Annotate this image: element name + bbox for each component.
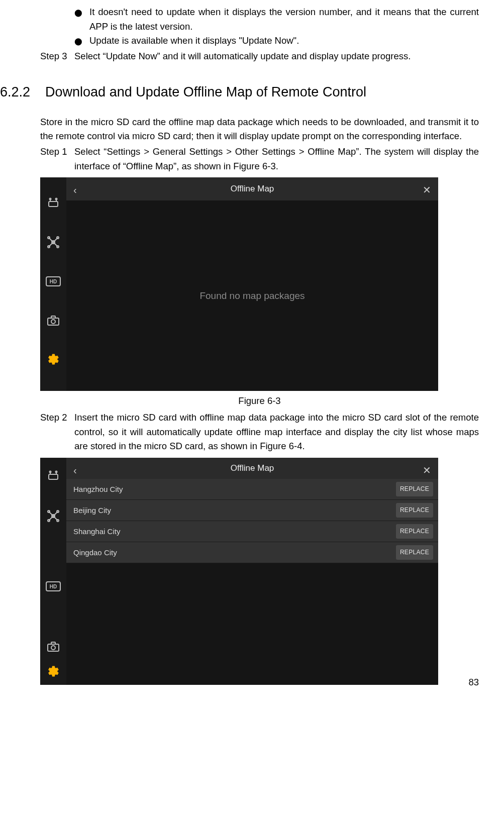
step-label: Step 1 bbox=[40, 145, 65, 159]
bullet-dot-icon: ⬤ bbox=[74, 5, 89, 19]
ui-sidebar: HD bbox=[40, 458, 66, 685]
camera-icon[interactable] bbox=[40, 301, 66, 340]
step-label: Step 2 bbox=[40, 411, 65, 425]
figure-caption-1: Figure 6-3 bbox=[40, 394, 479, 409]
step-2: Step 2 Insert the micro SD card with off… bbox=[40, 411, 479, 454]
gear-icon[interactable] bbox=[40, 662, 66, 682]
list-item: Shanghai City REPLACE bbox=[66, 521, 438, 542]
city-name: Shanghai City bbox=[73, 526, 120, 537]
svg-text:HD: HD bbox=[50, 584, 57, 589]
ui-header: ‹ Offline Map ✕ bbox=[66, 458, 438, 479]
hd-icon[interactable]: HD bbox=[40, 262, 66, 301]
back-icon[interactable]: ‹ bbox=[73, 182, 77, 198]
bullet-item: ⬤ It doesn't need to update when it disp… bbox=[74, 5, 479, 34]
step-3: Step 3 Select “Update Now” and it will a… bbox=[40, 49, 479, 64]
step-1: Step 1 Select “Settings > General Settin… bbox=[40, 145, 479, 173]
drone-icon[interactable] bbox=[40, 223, 66, 262]
ui-sidebar: HD bbox=[40, 177, 66, 391]
drone-icon[interactable] bbox=[40, 501, 66, 531]
list-item: Hangzhou City REPLACE bbox=[66, 479, 438, 500]
city-name: Beijing City bbox=[73, 504, 111, 516]
svg-rect-19 bbox=[49, 474, 58, 479]
figure-6-3: HD ‹ Offline Map ✕ Found no map pac bbox=[40, 177, 438, 391]
step-text: Insert the micro SD card with offline ma… bbox=[74, 411, 479, 454]
svg-text:HD: HD bbox=[50, 279, 57, 284]
bullet-item: ⬤ Update is available when it displays "… bbox=[74, 34, 479, 48]
ui-title: Offline Map bbox=[231, 182, 274, 195]
ui-empty-state: Found no map packages bbox=[66, 200, 438, 391]
back-icon[interactable]: ‹ bbox=[73, 463, 77, 478]
svg-rect-18 bbox=[51, 316, 55, 318]
section-number: 6.2.2 bbox=[0, 84, 30, 99]
city-name: Hangzhou City bbox=[73, 483, 123, 495]
section-intro: Store in the micro SD card the offline m… bbox=[40, 115, 479, 144]
hd-icon[interactable]: HD bbox=[40, 571, 66, 601]
remote-icon[interactable] bbox=[40, 461, 66, 491]
step-text: Select “Settings > General Settings > Ot… bbox=[74, 145, 479, 173]
bullet-text: Update is available when it displays "Up… bbox=[89, 34, 479, 48]
figure-6-4: HD ‹ Offline Map ✕ bbox=[40, 458, 438, 685]
svg-rect-37 bbox=[51, 642, 55, 644]
step-label: Step 3 bbox=[40, 49, 65, 64]
page-content: ⬤ It doesn't need to update when it disp… bbox=[40, 5, 479, 685]
section-heading: 6.2.2Download and Update Offline Map of … bbox=[0, 82, 479, 103]
empty-text: Found no map packages bbox=[199, 288, 305, 303]
replace-button[interactable]: REPLACE bbox=[396, 482, 433, 496]
gear-icon[interactable] bbox=[40, 340, 66, 379]
ui-title: Offline Map bbox=[231, 462, 274, 475]
ui-main: ‹ Offline Map ✕ Hangzhou City REPLACE Be… bbox=[66, 458, 438, 685]
step-text: Select “Update Now” and it will automati… bbox=[74, 49, 479, 64]
bullet-text: It doesn't need to update when it displa… bbox=[89, 5, 479, 34]
remote-icon[interactable] bbox=[40, 183, 66, 223]
ui-main: ‹ Offline Map ✕ Found no map packages bbox=[66, 177, 438, 391]
list-item: Beijing City REPLACE bbox=[66, 500, 438, 521]
svg-rect-0 bbox=[49, 201, 58, 207]
list-item: Qingdao City REPLACE bbox=[66, 542, 438, 563]
replace-button[interactable]: REPLACE bbox=[396, 503, 433, 518]
close-icon[interactable]: ✕ bbox=[423, 463, 431, 478]
svg-point-17 bbox=[51, 320, 55, 324]
svg-point-36 bbox=[51, 646, 55, 650]
section-title: Download and Update Offline Map of Remot… bbox=[45, 84, 366, 99]
close-icon[interactable]: ✕ bbox=[423, 182, 431, 198]
replace-button[interactable]: REPLACE bbox=[396, 524, 433, 539]
city-name: Qingdao City bbox=[73, 547, 117, 558]
city-list: Hangzhou City REPLACE Beijing City REPLA… bbox=[66, 479, 438, 685]
camera-icon[interactable] bbox=[40, 632, 66, 662]
bullet-list: ⬤ It doesn't need to update when it disp… bbox=[74, 5, 479, 48]
page-number: 83 bbox=[468, 675, 479, 690]
bullet-dot-icon: ⬤ bbox=[74, 34, 89, 47]
replace-button[interactable]: REPLACE bbox=[396, 545, 433, 560]
ui-header: ‹ Offline Map ✕ bbox=[66, 177, 438, 200]
